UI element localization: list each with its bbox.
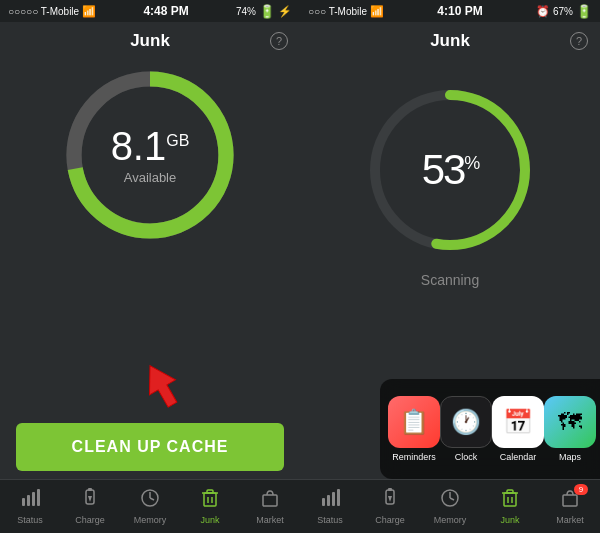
left-status-bar: ○○○○○ T-Mobile 📶 4:48 PM 74% 🔋 ⚡ — [0, 0, 300, 22]
right-tab-charge[interactable]: Charge — [360, 480, 420, 533]
right-tab-market-badge: 9 — [574, 484, 588, 495]
right-tab-status[interactable]: Status — [300, 480, 360, 533]
ios-app-reminders[interactable]: 📋 Reminders — [388, 396, 440, 462]
left-tab-charge[interactable]: Charge — [60, 480, 120, 533]
right-wifi-icon: 📶 — [370, 5, 384, 18]
left-tab-junk[interactable]: Junk — [180, 480, 240, 533]
left-charging-icon: ⚡ — [278, 5, 292, 18]
left-tab-memory-icon — [140, 488, 160, 513]
svg-rect-5 — [27, 495, 30, 506]
svg-marker-10 — [88, 496, 92, 502]
right-tab-market[interactable]: 9 Market — [540, 480, 600, 533]
left-tab-market[interactable]: Market — [240, 480, 300, 533]
red-arrow-icon — [120, 353, 200, 413]
svg-rect-19 — [263, 495, 277, 506]
right-scan-number: 53 — [422, 146, 465, 193]
svg-line-13 — [150, 498, 154, 500]
left-help-icon[interactable]: ? — [270, 32, 288, 50]
right-panel: ○○○ T-Mobile 📶 4:10 PM ⏰ 67% 🔋 Junk ? 53… — [300, 0, 600, 533]
svg-rect-4 — [22, 498, 25, 506]
svg-line-31 — [450, 498, 454, 500]
left-donut-label: Available — [124, 170, 177, 185]
right-help-icon[interactable]: ? — [570, 32, 588, 50]
right-battery-pct: 67% — [553, 6, 573, 17]
maps-label: Maps — [559, 452, 581, 462]
right-title: Junk — [430, 31, 470, 51]
right-tab-status-label: Status — [317, 515, 343, 525]
left-cleanup-area: CLEAN UP CACHE — [0, 413, 300, 479]
svg-rect-27 — [388, 488, 392, 491]
svg-rect-7 — [37, 489, 40, 506]
left-tab-market-label: Market — [256, 515, 284, 525]
right-tab-market-label: Market — [556, 515, 584, 525]
right-tab-memory-icon — [440, 488, 460, 513]
left-donut-value: 8.1GB — [111, 126, 190, 166]
svg-rect-14 — [204, 493, 216, 506]
right-status-bar: ○○○ T-Mobile 📶 4:10 PM ⏰ 67% 🔋 — [300, 0, 600, 22]
right-tab-memory[interactable]: Memory — [420, 480, 480, 533]
svg-rect-9 — [88, 488, 92, 491]
reminders-label: Reminders — [392, 452, 436, 462]
right-tab-status-icon — [320, 488, 340, 513]
left-time: 4:48 PM — [143, 4, 188, 18]
right-status-left: ○○○ T-Mobile 📶 — [308, 5, 384, 18]
left-tab-status-label: Status — [17, 515, 43, 525]
left-carrier: ○○○○○ T-Mobile — [8, 6, 79, 17]
right-tab-junk-label: Junk — [500, 515, 519, 525]
svg-rect-37 — [563, 495, 577, 506]
svg-rect-32 — [504, 493, 516, 506]
maps-icon: 🗺 — [544, 396, 596, 448]
right-time: 4:10 PM — [437, 4, 482, 18]
left-donut-wrap: 8.1GB Available — [55, 60, 245, 250]
svg-marker-28 — [388, 496, 392, 502]
right-carrier: ○○○ T-Mobile — [308, 6, 367, 17]
left-status-left: ○○○○○ T-Mobile 📶 — [8, 5, 96, 18]
svg-rect-6 — [32, 492, 35, 506]
reminders-icon: 📋 — [388, 396, 440, 448]
right-tab-junk-icon — [500, 488, 520, 513]
right-tab-junk[interactable]: Junk — [480, 480, 540, 533]
right-title-bar: Junk ? — [300, 22, 600, 60]
svg-rect-16 — [207, 490, 213, 493]
ios-app-calendar[interactable]: 📅 Calendar — [492, 396, 544, 462]
svg-rect-34 — [507, 490, 513, 493]
left-tab-junk-label: Junk — [200, 515, 219, 525]
ios-overlay: 📋 Reminders 🕐 Clock 📅 Calendar 🗺 Maps — [380, 379, 600, 479]
right-tab-charge-label: Charge — [375, 515, 405, 525]
left-battery-pct: 74% — [236, 6, 256, 17]
svg-rect-22 — [322, 498, 325, 506]
left-tab-market-icon — [260, 488, 280, 513]
left-tab-status-icon — [20, 488, 40, 513]
left-tab-status[interactable]: Status — [0, 480, 60, 533]
right-battery-icon: 🔋 — [576, 4, 592, 19]
right-tab-bar: Status Charge Memory Junk 9 Market — [300, 479, 600, 533]
ios-app-clock[interactable]: 🕐 Clock — [440, 396, 492, 462]
right-tab-charge-icon — [380, 488, 400, 513]
left-donut-unit: GB — [166, 131, 189, 148]
left-tab-junk-icon — [200, 488, 220, 513]
clock-icon: 🕐 — [440, 396, 492, 448]
left-donut-center: 8.1GB Available — [111, 126, 190, 185]
svg-marker-3 — [137, 358, 185, 412]
svg-rect-23 — [327, 495, 330, 506]
right-alarm-icon: ⏰ — [536, 5, 550, 18]
left-title: Junk — [130, 31, 170, 51]
left-status-right: 74% 🔋 ⚡ — [236, 4, 292, 19]
left-tab-memory-label: Memory — [134, 515, 167, 525]
right-scan-ring: 53% — [360, 80, 540, 260]
left-tab-memory[interactable]: Memory — [120, 480, 180, 533]
ios-app-maps[interactable]: 🗺 Maps — [544, 396, 596, 462]
left-panel: ○○○○○ T-Mobile 📶 4:48 PM 74% 🔋 ⚡ Junk ? … — [0, 0, 300, 533]
calendar-icon: 📅 — [492, 396, 544, 448]
cleanup-button[interactable]: CLEAN UP CACHE — [16, 423, 284, 471]
left-tab-charge-icon — [80, 488, 100, 513]
right-scan-percent: 53% — [422, 146, 479, 194]
left-tab-charge-label: Charge — [75, 515, 105, 525]
left-battery-icon: 🔋 — [259, 4, 275, 19]
right-tab-memory-label: Memory — [434, 515, 467, 525]
right-scanning-label: Scanning — [421, 272, 479, 288]
left-tab-bar: Status Charge Memory Junk Market — [0, 479, 300, 533]
left-wifi-icon: 📶 — [82, 5, 96, 18]
red-arrow-container — [120, 353, 200, 417]
right-status-right: ⏰ 67% 🔋 — [536, 4, 592, 19]
